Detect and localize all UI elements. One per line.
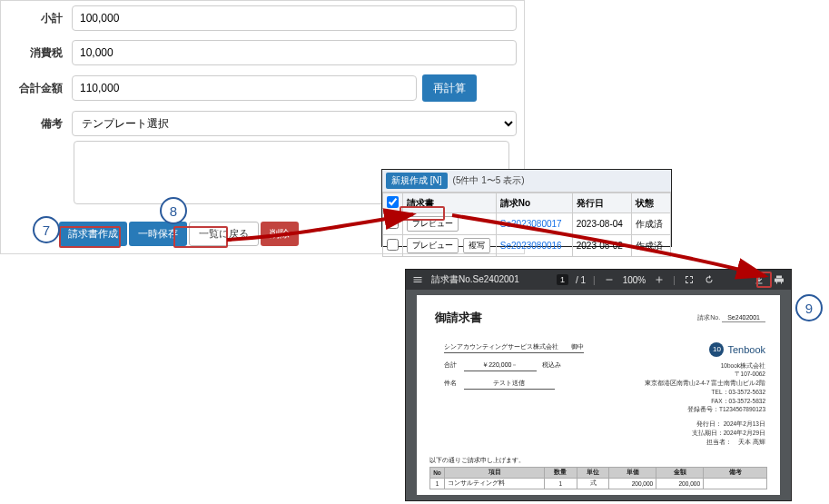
- input-total[interactable]: [72, 75, 417, 101]
- print-icon[interactable]: [773, 273, 785, 286]
- template-select[interactable]: テンプレート選択: [72, 111, 517, 136]
- action-buttons: 請求書作成 一時保存 一覧に戻る 削除: [59, 222, 299, 246]
- step-circle-7: 7: [33, 216, 60, 243]
- invoice-no-value: Se2402001: [722, 314, 765, 322]
- row-tax: 消費税: [1, 35, 524, 70]
- step-circle-8: 8: [160, 197, 187, 224]
- divider: |: [593, 275, 596, 285]
- row-remarks: 備考 テンプレート選択: [1, 106, 524, 141]
- due-date: 支払期日：2024年2月29日: [629, 429, 765, 438]
- doc-right-block: 10 Tenbook 10book株式会社 〒107-0062 東京都港区南青山…: [629, 342, 765, 446]
- issue-date: 発行日： 2024年2月13日: [629, 420, 765, 429]
- tax-included: 税込み: [542, 361, 561, 368]
- subject-label: 件名: [444, 380, 457, 386]
- page-total: / 1: [576, 275, 586, 285]
- create-invoice-button[interactable]: 請求書作成: [59, 222, 127, 246]
- company-tel: TEL：03-3572-5632: [629, 388, 765, 397]
- col-status: 状態: [632, 193, 671, 213]
- download-icon[interactable]: [753, 273, 765, 286]
- invoice-table: 請求書 請求No 発行日 状態 プレビュー Se2023080017 2023-…: [382, 193, 671, 257]
- company-addr: 東京都港区南青山2-4-7 富士南青山ビル2階: [629, 379, 765, 388]
- col-no: 請求No: [496, 193, 572, 213]
- subject-value: テスト送信: [464, 379, 555, 390]
- label-subtotal: 小計: [8, 11, 72, 26]
- table-row: プレビュー Se2023080017 2023-08-04 作成済: [383, 213, 671, 235]
- table-row: プレビュー 複写 Se2023080016 2023-08-02 作成済: [383, 235, 671, 257]
- company-name: 10book株式会社: [629, 361, 765, 371]
- list-count: (5件中 1〜5 表示): [453, 174, 525, 187]
- pdf-toolbar: 請求書No.Se2402001 1 / 1 | 100% |: [406, 270, 791, 290]
- divider: |: [673, 275, 676, 285]
- invoice-no-label: 請求No.: [697, 314, 720, 321]
- fit-page-icon[interactable]: [683, 273, 696, 286]
- cell-date: 2023-08-04: [572, 213, 632, 235]
- company-post: 〒107-0062: [629, 370, 765, 379]
- new-invoice-button[interactable]: 新規作成 [N]: [386, 173, 448, 189]
- back-to-list-button[interactable]: 一覧に戻る: [189, 222, 259, 246]
- tenbook-logo: 10 Tenbook: [709, 342, 765, 358]
- preview-button-r2[interactable]: プレビュー: [407, 238, 459, 253]
- menu-icon[interactable]: [411, 273, 424, 286]
- doc-invoice-no: 請求No. Se2402001: [697, 313, 765, 322]
- list-header: 新規作成 [N] (5件中 1〜5 表示): [382, 170, 671, 193]
- col-date: 発行日: [572, 193, 632, 213]
- cell-qty: 1: [545, 479, 577, 489]
- cell-item: コンサルティング料: [445, 479, 545, 489]
- doc-table-area: 以下の通りご請求申し上げます。 No 項目 数量 単位 単価 金額 備考 1 コ…: [429, 457, 767, 489]
- label-total: 合計金額: [8, 81, 72, 96]
- company-fax: FAX：03-3572-5832: [629, 397, 765, 406]
- select-all-checkbox[interactable]: [387, 196, 399, 208]
- company-reg: 登録番号：T1234567890123: [629, 405, 765, 414]
- th-remarks: 備考: [704, 468, 767, 479]
- col-invoice: 請求書: [403, 193, 497, 213]
- th-no: No: [430, 468, 445, 479]
- row-total: 合計金額 再計算: [1, 70, 524, 106]
- cell-date: 2023-08-02: [572, 235, 632, 257]
- pdf-preview-panel: 請求書No.Se2402001 1 / 1 | 100% | 御請求書 請求No: [405, 269, 792, 501]
- doc-left-block: シンアカウンティングサービス株式会社 御中 合計 ￥220,000－ 税込み 件…: [444, 342, 626, 397]
- delete-button[interactable]: 削除: [261, 222, 299, 246]
- zoom-level: 100%: [623, 275, 646, 285]
- th-qty: 数量: [545, 468, 577, 479]
- zoom-out-icon[interactable]: [603, 273, 616, 286]
- line-items-table: No 項目 数量 単位 単価 金額 備考 1 コンサルティング料 1 式 200…: [429, 467, 767, 489]
- line-item-row: 1 コンサルティング料 1 式 200,000 200,000: [430, 479, 767, 489]
- save-draft-button[interactable]: 一時保存: [129, 222, 187, 246]
- th-amount: 金額: [656, 468, 704, 479]
- invoice-list-panel: 新規作成 [N] (5件中 1〜5 表示) 請求書 請求No 発行日 状態 プレ…: [381, 169, 672, 247]
- input-subtotal[interactable]: [72, 5, 517, 31]
- preview-button-r1[interactable]: プレビュー: [407, 216, 459, 232]
- cell-no: 1: [430, 479, 445, 489]
- cell-unit: 式: [577, 479, 609, 489]
- rotate-icon[interactable]: [703, 273, 716, 286]
- page-current: 1: [557, 274, 568, 285]
- recipient: シンアカウンティングサービス株式会社 御中: [444, 342, 584, 353]
- invoice-link[interactable]: Se2023080017: [500, 219, 562, 229]
- total-label: 合計: [444, 361, 457, 368]
- th-unit: 単位: [577, 468, 609, 479]
- total-value: ￥220,000－: [464, 361, 537, 371]
- cell-status: 作成済: [632, 213, 671, 235]
- label-remarks: 備考: [8, 116, 72, 132]
- doc-note: 以下の通りご請求申し上げます。: [429, 457, 767, 465]
- invoice-link[interactable]: Se2023080016: [500, 241, 562, 251]
- th-item: 項目: [445, 468, 545, 479]
- th-price: 単価: [609, 468, 656, 479]
- copy-button-r2[interactable]: 複写: [463, 238, 490, 253]
- label-tax: 消費税: [8, 45, 72, 61]
- zoom-in-icon[interactable]: [653, 273, 666, 286]
- row-checkbox[interactable]: [387, 217, 399, 229]
- step-circle-9: 9: [795, 294, 823, 321]
- recalculate-button[interactable]: 再計算: [422, 74, 477, 102]
- brand-text: Tenbook: [727, 342, 765, 358]
- logo-circle: 10: [709, 342, 724, 357]
- row-checkbox[interactable]: [387, 239, 399, 251]
- pdf-title: 請求書No.Se2402001: [431, 273, 519, 286]
- cell-remarks: [704, 479, 767, 489]
- input-tax[interactable]: [72, 40, 517, 65]
- cell-amount: 200,000: [656, 479, 704, 489]
- cell-price: 200,000: [609, 479, 656, 489]
- invoice-document: 御請求書 請求No. Se2402001 シンアカウンティングサービス株式会社 …: [417, 295, 780, 495]
- row-subtotal: 小計: [1, 1, 524, 35]
- cell-status: 作成済: [632, 235, 671, 257]
